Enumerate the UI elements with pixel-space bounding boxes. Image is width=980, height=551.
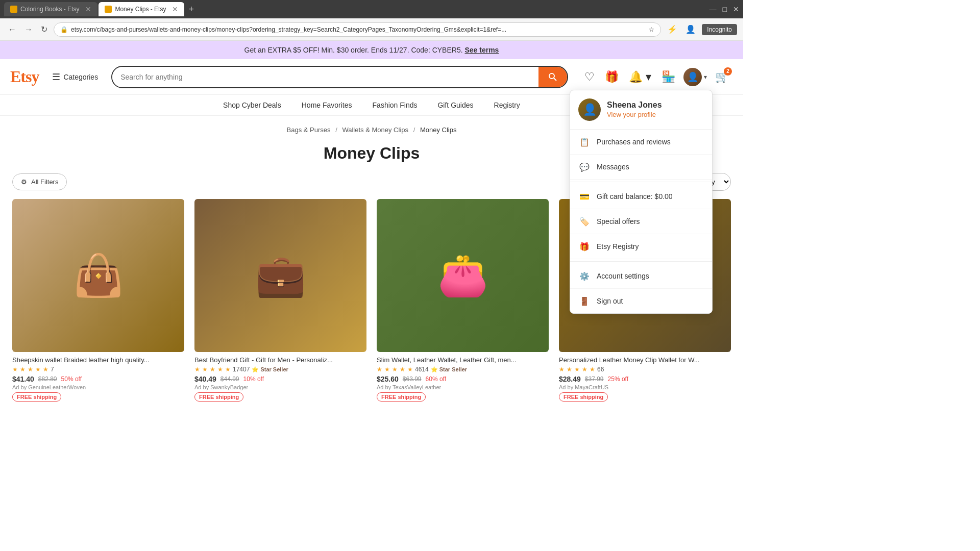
search-bar (111, 66, 568, 88)
lock-icon: 🔒 (60, 26, 68, 33)
product-image: 💼 (194, 199, 366, 352)
messages-label: Messages (597, 163, 629, 171)
etsy-logo[interactable]: Etsy (10, 67, 39, 86)
url-text: etsy.com/c/bags-and-purses/wallets-and-m… (71, 26, 646, 33)
view-profile-link[interactable]: View your profile (607, 111, 656, 118)
minimize-icon[interactable]: — (709, 5, 717, 13)
filters-label: All Filters (31, 178, 58, 186)
discount-pct: 10% off (243, 375, 264, 383)
sign-out-icon: 🚪 (578, 295, 591, 307)
hamburger-icon: ☰ (52, 71, 60, 83)
extension-icon[interactable]: ⚡ (665, 22, 679, 36)
browser-chrome: Coloring Books - Etsy ✕ Money Clips - Et… (0, 0, 743, 18)
breadcrumb-bags[interactable]: Bags & Purses (287, 126, 331, 134)
star-1: ★ (559, 366, 565, 373)
reviews-count: 4614 (415, 366, 429, 373)
close-tab-icon-2[interactable]: ✕ (172, 5, 178, 13)
dropdown-gift-card[interactable]: 💳 Gift card balance: $0.00 (570, 184, 712, 209)
back-button[interactable]: ← (6, 23, 18, 36)
tab-money-label: Money Clips - Etsy (115, 6, 166, 13)
star-4: ★ (217, 366, 223, 373)
tab-coloring[interactable]: Coloring Books - Etsy ✕ (4, 2, 97, 16)
star-4: ★ (582, 366, 587, 373)
search-input[interactable] (112, 67, 538, 87)
close-tab-icon[interactable]: ✕ (85, 5, 91, 13)
dropdown-user-name: Sheena Jones (607, 101, 662, 110)
restore-icon[interactable]: □ (723, 5, 727, 13)
nav-fashion-finds[interactable]: Fashion Finds (373, 101, 418, 109)
dropdown-registry[interactable]: 🎁 Etsy Registry (570, 234, 712, 259)
incognito-button[interactable]: Incognito (702, 24, 737, 35)
bookmark-icon[interactable]: ☆ (649, 26, 654, 33)
ad-label: Ad by SwankyBadger (194, 384, 366, 390)
product-title: Personalized Leather Money Clip Wallet f… (559, 356, 731, 364)
address-bar[interactable]: 🔒 etsy.com/c/bags-and-purses/wallets-and… (54, 22, 661, 37)
search-icon (548, 72, 558, 82)
breadcrumb-sep-1: / (335, 126, 337, 134)
star-seller-badge: ⭐ Star Seller (431, 366, 467, 373)
stars: ★ ★ ★ ★ ★ 17407 ⭐ Star Seller (194, 366, 366, 373)
nav-home-favorites[interactable]: Home Favorites (302, 101, 352, 109)
add-tab-button[interactable]: + (185, 2, 197, 16)
star-2: ★ (567, 366, 572, 373)
breadcrumb-wallets[interactable]: Wallets & Money Clips (342, 126, 408, 134)
promo-link[interactable]: See terms (464, 46, 499, 54)
profile-button[interactable]: 👤 ▾ (681, 66, 709, 88)
registry-icon: 🎁 (578, 240, 591, 253)
reviews-count: 7 (51, 366, 54, 373)
registry-label: Etsy Registry (597, 242, 639, 251)
nav-icons-right: ⚡ 👤 Incognito (665, 22, 737, 36)
special-offers-icon: 🏷️ (578, 215, 591, 228)
current-price: $28.49 (559, 375, 581, 383)
profile-nav-icon[interactable]: 👤 (683, 22, 698, 36)
breadcrumb-sep-2: / (413, 126, 415, 134)
nav-registry[interactable]: Registry (494, 101, 520, 109)
cart-button[interactable]: 🛒 2 (711, 66, 733, 88)
dropdown-avatar: 👤 (578, 98, 601, 121)
special-offers-label: Special offers (597, 217, 640, 226)
dropdown-messages[interactable]: 💬 Messages (570, 155, 712, 180)
tab-etsy-icon-1 (10, 6, 17, 13)
nav-shop-cyber-deals[interactable]: Shop Cyber Deals (223, 101, 281, 109)
stars: ★ ★ ★ ★ ★ 4614 ⭐ Star Seller (377, 366, 549, 373)
categories-button[interactable]: ☰ Categories (47, 68, 103, 86)
account-settings-label: Account settings (597, 272, 649, 280)
star-seller-badge: ⭐ Star Seller (252, 366, 288, 373)
star-4: ★ (400, 366, 405, 373)
product-card[interactable]: 👜 Sheepskin wallet Braided leather high … (12, 199, 184, 406)
dropdown-sign-out[interactable]: 🚪 Sign out (570, 289, 712, 313)
dropdown-special-offers[interactable]: 🏷️ Special offers (570, 209, 712, 234)
cart-badge: 2 (724, 67, 732, 76)
close-window-icon[interactable]: ✕ (733, 5, 739, 13)
tab-coloring-label: Coloring Books - Etsy (20, 6, 79, 13)
tab-money-clips[interactable]: Money Clips - Etsy ✕ (99, 2, 184, 16)
star-2: ★ (20, 366, 26, 373)
search-button[interactable] (538, 67, 567, 87)
ad-label: Ad by MayaCraftUS (559, 384, 731, 390)
seller-dashboard-button[interactable]: 🏪 (657, 66, 679, 88)
chevron-down-icon: ▾ (704, 73, 707, 81)
original-price: $82.80 (38, 375, 57, 383)
star-3: ★ (574, 366, 580, 373)
forward-button[interactable]: → (22, 23, 35, 36)
price-row: $25.60 $63.99 60% off (377, 375, 549, 383)
star-1: ★ (194, 366, 200, 373)
gift-button[interactable]: 🎁 (601, 66, 623, 88)
star-3: ★ (392, 366, 398, 373)
notifications-button[interactable]: 🔔 ▾ (625, 66, 655, 88)
refresh-button[interactable]: ↻ (39, 22, 50, 36)
wishlist-button[interactable]: ♡ (580, 66, 599, 88)
dropdown-account-settings[interactable]: ⚙️ Account settings (570, 264, 712, 289)
current-price: $41.40 (12, 375, 34, 383)
product-card[interactable]: 👛 Slim Wallet, Leather Wallet, Leather G… (377, 199, 549, 406)
star-2: ★ (202, 366, 208, 373)
svg-line-1 (554, 78, 556, 81)
avatar: 👤 (683, 68, 702, 86)
dropdown-divider (570, 182, 712, 182)
dropdown-purchases[interactable]: 📋 Purchases and reviews (570, 130, 712, 155)
product-card[interactable]: 💼 Best Boyfriend Gift - Gift for Men - P… (194, 199, 366, 406)
star-5: ★ (225, 366, 231, 373)
product-info: Sheepskin wallet Braided leather high qu… (12, 352, 184, 406)
nav-gift-guides[interactable]: Gift Guides (437, 101, 473, 109)
all-filters-button[interactable]: ⚙ All Filters (12, 173, 67, 190)
